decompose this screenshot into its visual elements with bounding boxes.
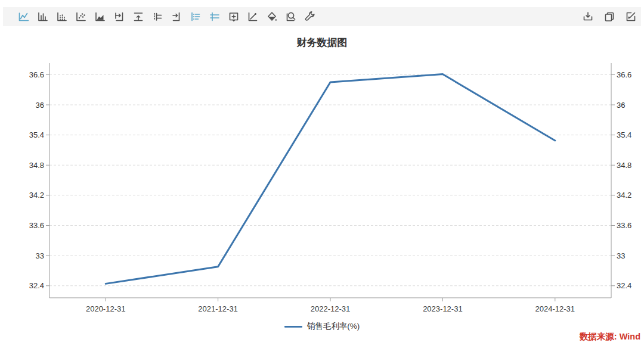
copy-button[interactable] — [603, 10, 616, 23]
chart-window: 财务数据图 32.432.4333333.633.634.234.234.834… — [0, 0, 644, 352]
y-axis-right-tick-label: 35.4 — [617, 130, 631, 139]
shift-right-button[interactable] — [170, 10, 183, 23]
trend-line-button[interactable] — [246, 10, 259, 23]
copy-icon — [603, 11, 615, 23]
axis-top-button[interactable] — [132, 10, 145, 23]
y-axis-right-tick-label: 33.6 — [617, 221, 631, 230]
y-axis-tick-label: 33 — [36, 251, 44, 260]
legend-list-icon — [190, 11, 202, 23]
fill-color-icon — [266, 11, 278, 23]
chart-canvas[interactable]: 32.432.4333333.633.634.234.234.834.835.4… — [0, 0, 644, 352]
settings-wrench-button[interactable] — [304, 10, 317, 23]
y-axis-tick-label: 33.6 — [29, 221, 44, 230]
scatter-chart-icon — [75, 11, 87, 23]
legend-item[interactable]: 销售毛利率(%) — [284, 321, 360, 332]
zoom-area-button[interactable] — [284, 10, 298, 23]
toolbar-right-group — [581, 10, 640, 23]
add-box-button[interactable] — [227, 10, 240, 23]
scatter-chart-button[interactable] — [75, 10, 88, 23]
legend-lines-icon — [209, 11, 221, 23]
y-axis-right-tick-label: 32.4 — [617, 281, 631, 290]
x-axis-tick-label: 2024-12-31 — [535, 304, 575, 313]
dashed-list-icon — [151, 11, 163, 23]
x-axis-tick-label: 2021-12-31 — [198, 304, 238, 313]
line-chart-button[interactable] — [17, 10, 30, 23]
legend-label: 销售毛利率(%) — [307, 321, 360, 332]
zoom-area-icon — [285, 11, 297, 23]
legend-line-marker — [284, 326, 302, 328]
x-axis-tick-label: 2023-12-31 — [423, 304, 463, 313]
y-axis-tick-label: 32.4 — [29, 281, 44, 290]
area-chart-icon — [94, 11, 106, 23]
bar-chart-icon — [37, 11, 49, 23]
y-axis-right-tick-label: 34.2 — [617, 191, 631, 200]
dashed-bar-chart-button[interactable] — [55, 10, 69, 23]
y-axis-tick-label: 34.8 — [29, 161, 44, 170]
y-axis-right-tick-label: 33 — [617, 251, 625, 260]
y-axis-tick-label: 35.4 — [29, 130, 44, 139]
legend-list-button[interactable] — [189, 10, 202, 23]
chart-toolbar — [3, 7, 641, 26]
data-source-note: 数据来源: Wind — [580, 331, 640, 342]
axis-top-icon — [132, 11, 144, 23]
area-chart-button[interactable] — [94, 10, 107, 23]
y-axis-right-tick-label: 36 — [617, 101, 625, 110]
dashed-bar-chart-icon — [56, 11, 68, 23]
settings-wrench-icon — [304, 11, 316, 23]
fill-color-button[interactable] — [265, 10, 278, 23]
toolbar-left-group — [17, 10, 317, 23]
axis-right-button[interactable] — [113, 10, 126, 23]
series-line — [106, 74, 555, 284]
y-axis-right-tick-label: 34.8 — [617, 161, 631, 170]
dashed-list-button[interactable] — [151, 10, 164, 23]
chart-title: 财务数据图 — [0, 36, 644, 49]
edit-button[interactable] — [624, 10, 637, 23]
axis-right-icon — [113, 11, 125, 23]
download-button[interactable] — [581, 10, 595, 23]
y-axis-right-tick-label: 36.6 — [617, 70, 631, 79]
trend-line-icon — [247, 11, 259, 23]
download-icon — [582, 11, 594, 23]
line-chart-icon — [18, 11, 30, 23]
legend: 销售毛利率(%) — [0, 321, 644, 332]
bar-chart-button[interactable] — [36, 10, 49, 23]
x-axis-tick-label: 2020-12-31 — [86, 304, 126, 313]
y-axis-tick-label: 34.2 — [29, 191, 44, 200]
shift-right-icon — [171, 11, 182, 23]
x-axis-tick-label: 2022-12-31 — [311, 304, 351, 313]
legend-lines-button[interactable] — [208, 10, 221, 23]
y-axis-tick-label: 36 — [36, 101, 44, 110]
y-axis-tick-label: 36.6 — [29, 70, 44, 79]
edit-icon — [625, 11, 637, 23]
add-box-icon — [228, 11, 240, 23]
